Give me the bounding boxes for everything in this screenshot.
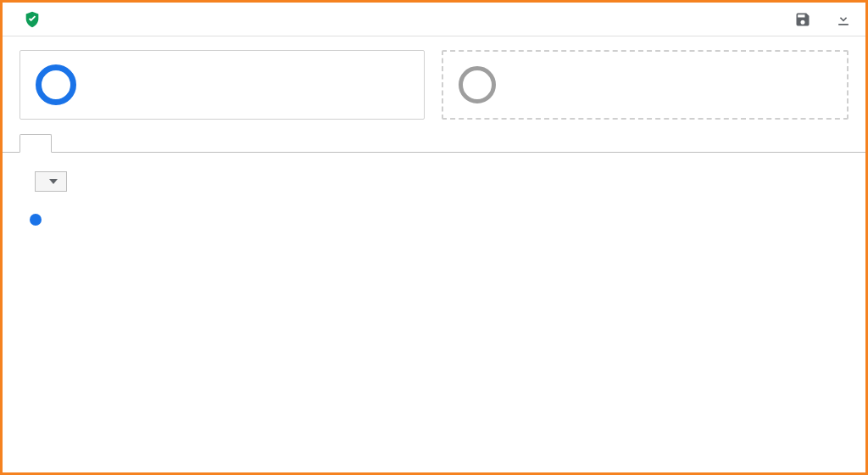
- chart-legend: [3, 198, 865, 229]
- app-root: [3, 3, 865, 472]
- export-button[interactable]: [832, 8, 860, 31]
- download-icon: [835, 11, 852, 28]
- chart-area: [30, 229, 849, 399]
- save-button[interactable]: [791, 8, 820, 31]
- segment-ring-icon: [36, 64, 76, 105]
- add-segment-button[interactable]: [442, 50, 849, 120]
- tabs-row: [3, 133, 865, 153]
- add-segment-ring-icon: [459, 66, 496, 103]
- tab-overview[interactable]: [19, 134, 52, 153]
- legend-dot-icon: [30, 214, 42, 226]
- metric-selector-row: [3, 153, 865, 198]
- line-chart[interactable]: [30, 229, 849, 399]
- segments-row: [3, 36, 865, 130]
- segment-all-users[interactable]: [19, 50, 425, 120]
- primary-metric-dropdown[interactable]: [35, 171, 67, 192]
- header: [3, 3, 865, 36]
- save-icon: [794, 11, 811, 28]
- page-title: [16, 10, 42, 29]
- header-actions: [791, 8, 860, 31]
- verified-shield-icon: [23, 10, 42, 29]
- chevron-down-icon: [49, 177, 58, 186]
